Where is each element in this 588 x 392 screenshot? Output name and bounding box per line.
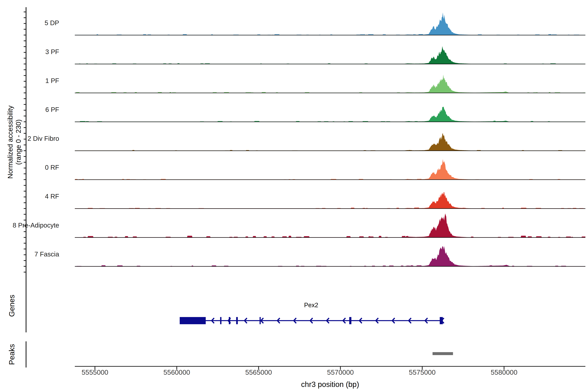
x-axis-tick-label: 5560000: [157, 368, 196, 376]
peaks-section-bar: [26, 341, 26, 368]
track-baseline: [75, 150, 586, 151]
figure-root: Normalized accessibility (range 0 - 230)…: [0, 0, 588, 392]
accessibility-track-8: [75, 214, 586, 238]
track-label: 1 PF: [0, 77, 59, 84]
track-baseline: [75, 180, 586, 180]
track-label: 6 PF: [0, 106, 59, 114]
gene-exon: [220, 317, 222, 324]
gene-name-label: Pex2: [304, 302, 318, 309]
y-axis-minor-tick: [24, 202, 26, 203]
y-axis-minor-tick: [24, 133, 26, 134]
y-axis-minor-tick: [24, 92, 26, 93]
genes-section-bar: [26, 279, 26, 332]
y-axis-minor-tick: [24, 231, 26, 232]
track-label: 5 DP: [0, 19, 59, 27]
y-axis-minor-tick: [24, 237, 26, 238]
y-axis-minor-tick: [24, 35, 26, 36]
track-baseline: [75, 35, 586, 36]
gene-exon: [349, 317, 351, 324]
accessibility-track-1: [75, 12, 586, 35]
y-axis-minor-tick: [24, 64, 26, 64]
x-axis-tick-label: 5575000: [402, 368, 442, 376]
accessibility-track-3: [75, 75, 586, 93]
y-axis-minor-tick: [24, 272, 26, 272]
track-baseline: [75, 93, 586, 93]
accessibility-track-4: [75, 107, 586, 122]
gene-exon: [236, 317, 238, 324]
y-axis-minor-tick: [24, 104, 26, 105]
y-axis-minor-tick: [24, 220, 26, 220]
y-axis-minor-tick: [24, 185, 26, 186]
accessibility-track-6: [75, 159, 586, 180]
gene-exon: [180, 317, 206, 324]
y-axis-minor-tick: [24, 17, 26, 18]
track-label: 7 Fascia: [0, 250, 59, 258]
y-axis-minor-tick: [24, 46, 26, 47]
track-label: 2 Div Fibro: [0, 134, 59, 142]
x-axis-tick-label: 5570000: [321, 368, 360, 376]
y-axis-minor-tick: [24, 40, 26, 41]
y-axis-minor-tick: [24, 243, 26, 244]
peak-region-bar: [432, 352, 453, 355]
y-axis-minor-tick: [24, 266, 26, 267]
y-axis-minor-tick: [24, 150, 26, 151]
track-baseline: [75, 64, 586, 64]
y-axis-minor-tick: [24, 75, 26, 76]
y-axis-minor-tick: [24, 98, 26, 99]
track-label: 4 RF: [0, 192, 59, 200]
y-axis-minor-tick: [24, 248, 26, 250]
y-axis-minor-tick: [24, 156, 26, 157]
track-label: 3 PF: [0, 48, 59, 56]
track-baseline: [75, 266, 586, 267]
y-axis-minor-tick: [24, 127, 26, 128]
accessibility-track-7: [75, 192, 586, 208]
track-baseline: [75, 237, 586, 238]
accessibility-track-5: [75, 133, 586, 151]
x-axis-tick-label: 5555000: [75, 368, 114, 376]
y-axis-minor-tick: [24, 58, 26, 59]
y-axis-minor-tick: [24, 116, 26, 116]
x-axis-tick-label: 5580000: [484, 368, 524, 376]
y-axis-minor-tick: [24, 179, 26, 180]
track-baseline: [75, 122, 586, 122]
peaks-section-label: Peaks: [7, 344, 16, 365]
y-axis-minor-tick: [24, 144, 26, 145]
y-axis-minor-tick: [24, 29, 26, 30]
x-axis-tick-label: 5565000: [239, 368, 278, 376]
track-label: 8 Pre-Adipocyte: [0, 221, 59, 229]
y-axis-minor-tick: [24, 214, 26, 215]
y-axis-minor-tick: [24, 70, 26, 70]
x-axis-line: [75, 366, 586, 367]
y-axis-minor-tick: [24, 87, 26, 88]
track-label: 0 RF: [0, 164, 59, 171]
y-axis-minor-tick: [24, 12, 26, 12]
accessibility-track-9: [75, 246, 586, 266]
x-axis-title: chr3 position (bp): [301, 380, 359, 389]
y-axis-minor-tick: [24, 121, 26, 122]
track-baseline: [75, 208, 586, 209]
accessibility-track-2: [75, 46, 586, 64]
y-axis-minor-tick: [24, 191, 26, 192]
genes-section-label: Genes: [7, 295, 16, 317]
y-axis-minor-tick: [24, 260, 26, 261]
y-axis-minor-tick: [24, 162, 26, 163]
y-axis-minor-tick: [24, 208, 26, 209]
genome-tracks-canvas: [0, 0, 588, 392]
y-axis-minor-tick: [24, 174, 26, 174]
gene-body-line: [180, 320, 443, 321]
